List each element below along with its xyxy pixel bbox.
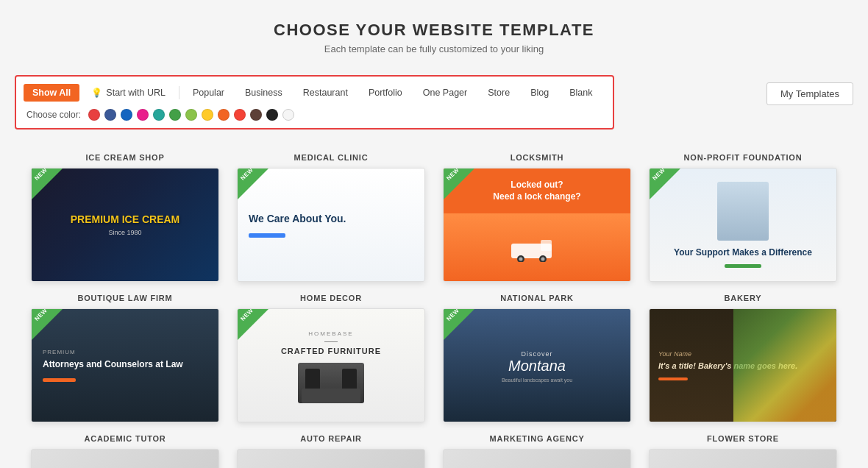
template-item-academic-tutor[interactable]: ACADEMIC TUTOR Academic Tutor Template xyxy=(22,428,228,468)
template-name-academic-tutor: ACADEMIC TUTOR xyxy=(84,434,166,443)
locksmith-van xyxy=(444,213,630,281)
tab-business[interactable]: Business xyxy=(236,84,291,102)
svg-rect-1 xyxy=(541,240,552,251)
template-thumb-ice-cream-shop[interactable]: NEW PREMIUM ICE CREAM Since 1980 xyxy=(31,168,219,282)
template-thumb-academic-tutor[interactable]: Academic Tutor Template xyxy=(31,449,219,468)
tab-blank[interactable]: Blank xyxy=(561,84,601,102)
ice-cream-title: PREMIUM ICE CREAM xyxy=(71,213,180,226)
tab-popular[interactable]: Popular xyxy=(184,84,233,102)
filter-bar: Show All 💡 Start with URL Popular Busine… xyxy=(15,75,614,130)
color-dot-black[interactable] xyxy=(266,109,278,121)
template-thumb-non-profit[interactable]: NEW Your Support Makes a Difference xyxy=(649,168,837,282)
template-item-locksmith[interactable]: LOCKSMITH NEW Locked out?Need a lock cha… xyxy=(434,147,640,288)
ice-cream-content: PREMIUM ICE CREAM Since 1980 xyxy=(63,206,188,244)
page-header: CHOOSE YOUR WEBSITE TEMPLATE Each templa… xyxy=(0,0,868,68)
color-dot-yellow[interactable] xyxy=(202,109,213,121)
template-name-home-decor: HOME DECOR xyxy=(300,294,362,302)
color-dot-teal[interactable] xyxy=(153,109,165,121)
national-content: Discover Montana Beautiful landscapes aw… xyxy=(502,349,572,383)
svg-point-5 xyxy=(541,258,545,261)
color-dot-none[interactable] xyxy=(282,109,294,121)
template-name-marketing-agency: MARKETING AGENCY xyxy=(489,434,584,443)
homedecor-title: CRAFTED FURNITURE xyxy=(281,347,381,355)
color-dot-light-green[interactable] xyxy=(185,109,197,121)
template-name-national-park: NATIONAL PARK xyxy=(500,294,574,302)
medical-headline: We Care About You. xyxy=(249,212,346,225)
template-name-non-profit: NON-PROFIT FOUNDATION xyxy=(684,153,803,162)
page-title: CHOOSE YOUR WEBSITE TEMPLATE xyxy=(0,21,868,40)
tab-restaurant[interactable]: Restaurant xyxy=(294,84,357,102)
my-templates-button[interactable]: My Templates xyxy=(766,82,853,105)
medical-content: We Care About You. xyxy=(249,212,346,237)
color-dot-green[interactable] xyxy=(169,109,181,121)
svg-point-3 xyxy=(519,258,523,261)
template-thumb-national-park[interactable]: NEW Discover Montana Beautiful landscape… xyxy=(443,308,631,422)
template-thumb-bakery[interactable]: Your Name It's a title! Bakery's name go… xyxy=(649,308,837,422)
color-dot-dark-blue[interactable] xyxy=(104,109,116,121)
tab-blog[interactable]: Blog xyxy=(522,84,558,102)
tab-store[interactable]: Store xyxy=(479,84,519,102)
template-thumb-law-firm[interactable]: NEW Premium Attorneys and Counselors at … xyxy=(31,308,219,422)
color-dot-red[interactable] xyxy=(88,109,100,121)
template-item-law-firm[interactable]: BOUTIQUE LAW FIRM NEW Premium Attorneys … xyxy=(22,288,228,428)
color-label: Choose color: xyxy=(26,110,81,120)
locksmith-header-text: Locked out?Need a lock change? xyxy=(493,180,580,202)
template-thumb-auto-repair[interactable]: Auto Repair Template xyxy=(237,449,425,468)
template-thumb-flower-store[interactable]: Flower Store Template xyxy=(649,449,837,468)
law-headline: Attorneys and Counselors at Law xyxy=(43,358,183,371)
tab-one-pager[interactable]: One Pager xyxy=(414,84,476,102)
color-filter-row: Choose color: xyxy=(24,109,601,121)
filter-bar-wrapper: Show All 💡 Start with URL Popular Busine… xyxy=(0,68,868,140)
template-thumb-home-decor[interactable]: NEW HOMEBASE CRAFTED FURNITURE xyxy=(237,308,425,422)
law-content: Premium Attorneys and Counselors at Law xyxy=(43,349,183,382)
color-dot-orange[interactable] xyxy=(218,109,230,121)
template-item-marketing-agency[interactable]: MARKETING AGENCY Marketing Agency Templa… xyxy=(434,428,640,468)
template-name-locksmith: LOCKSMITH xyxy=(511,153,564,162)
tab-start-url-label: Start with URL xyxy=(106,88,166,98)
template-thumb-medical-clinic[interactable]: NEW We Care About You. xyxy=(237,168,425,282)
tab-show-all[interactable]: Show All xyxy=(24,84,79,102)
national-discover: Discover xyxy=(502,350,572,358)
color-dot-brown[interactable] xyxy=(250,109,262,121)
template-item-auto-repair[interactable]: AUTO REPAIR Auto Repair Template xyxy=(228,428,434,468)
color-dot-tomato[interactable] xyxy=(234,109,246,121)
template-item-national-park[interactable]: NATIONAL PARK NEW Discover Montana Beaut… xyxy=(434,288,640,428)
national-desc: Beautiful landscapes await you xyxy=(502,377,572,383)
template-name-bakery: BAKERY xyxy=(725,294,762,302)
color-dot-blue[interactable] xyxy=(121,109,132,121)
filter-tabs-row: Show All 💡 Start with URL Popular Busine… xyxy=(24,84,601,102)
template-name-flower-store: FLOWER STORE xyxy=(707,434,779,443)
template-item-bakery[interactable]: BAKERY Your Name It's a title! Bakery's … xyxy=(640,288,846,428)
template-item-ice-cream-shop[interactable]: ICE CREAM SHOP NEW PREMIUM ICE CREAM Sin… xyxy=(22,147,228,288)
template-thumb-marketing-agency[interactable]: Marketing Agency Template xyxy=(443,449,631,468)
tab-start-with-url[interactable]: 💡 Start with URL xyxy=(82,84,174,102)
template-item-medical-clinic[interactable]: MEDICAL CLINIC NEW We Care About You. xyxy=(228,147,434,288)
template-thumb-locksmith[interactable]: NEW Locked out?Need a lock change? xyxy=(443,168,631,282)
bulb-icon: 💡 xyxy=(91,88,102,98)
van-icon xyxy=(508,233,566,262)
nonprofit-content: Your Support Makes a Difference xyxy=(674,182,812,269)
national-headline: Montana xyxy=(502,358,572,375)
template-name-medical-clinic: MEDICAL CLINIC xyxy=(294,153,369,162)
template-item-non-profit[interactable]: NON-PROFIT FOUNDATION NEW Your Support M… xyxy=(640,147,846,288)
divider-1 xyxy=(179,86,179,99)
tab-portfolio[interactable]: Portfolio xyxy=(360,84,411,102)
page-subtitle: Each template can be fully customized to… xyxy=(0,43,868,54)
templates-grid: ICE CREAM SHOP NEW PREMIUM ICE CREAM Sin… xyxy=(0,140,868,468)
color-dot-pink[interactable] xyxy=(137,109,149,121)
ice-cream-sub: Since 1980 xyxy=(71,229,180,236)
template-item-home-decor[interactable]: HOME DECOR NEW HOMEBASE CRAFTED FURNITUR… xyxy=(228,288,434,428)
template-name-ice-cream-shop: ICE CREAM SHOP xyxy=(85,153,164,162)
template-name-law-firm: BOUTIQUE LAW FIRM xyxy=(77,294,172,302)
template-name-auto-repair: AUTO REPAIR xyxy=(300,434,362,443)
homedecor-sub: HOMEBASE xyxy=(308,330,353,337)
nonprofit-headline: Your Support Makes a Difference xyxy=(674,247,812,259)
template-item-flower-store[interactable]: FLOWER STORE Flower Store Template xyxy=(640,428,846,468)
